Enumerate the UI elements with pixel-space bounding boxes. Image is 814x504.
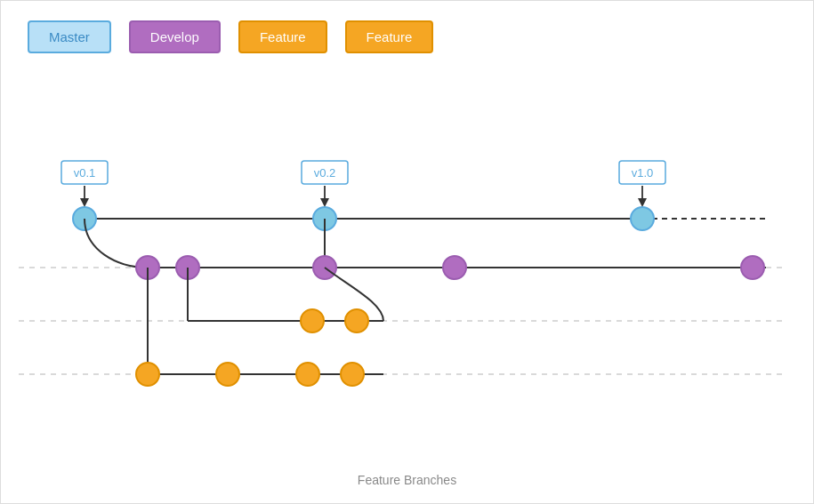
svg-marker-6: [80, 198, 89, 207]
legend-master: Master: [28, 20, 111, 53]
legend-feature2: Feature: [345, 20, 434, 53]
svg-point-32: [296, 363, 319, 386]
caption-text: Feature Branches: [358, 473, 456, 487]
svg-point-30: [136, 363, 159, 386]
svg-marker-10: [320, 198, 329, 207]
svg-point-25: [741, 256, 764, 279]
svg-marker-14: [638, 198, 647, 207]
svg-text:v0.1: v0.1: [74, 166, 96, 180]
svg-point-24: [443, 256, 466, 279]
svg-text:v1.0: v1.0: [632, 166, 654, 180]
git-diagram: v0.1 v0.2 v1.0: [1, 81, 814, 490]
legend-feature1-label: Feature: [260, 29, 306, 44]
svg-point-27: [301, 309, 324, 332]
svg-text:v0.2: v0.2: [314, 166, 336, 180]
svg-point-31: [216, 363, 239, 386]
svg-point-28: [345, 309, 368, 332]
legend-feature1: Feature: [238, 20, 327, 53]
svg-point-33: [341, 363, 364, 386]
main-container: Master Develop Feature Feature v0.1 v0.2: [0, 0, 814, 504]
svg-point-19: [631, 207, 654, 230]
legend-develop: Develop: [129, 20, 221, 53]
legend-feature2-label: Feature: [367, 29, 413, 44]
legend-master-label: Master: [49, 29, 90, 44]
diagram-caption: Feature Branches: [1, 473, 813, 487]
legend: Master Develop Feature Feature: [1, 1, 813, 53]
legend-develop-label: Develop: [150, 29, 199, 44]
